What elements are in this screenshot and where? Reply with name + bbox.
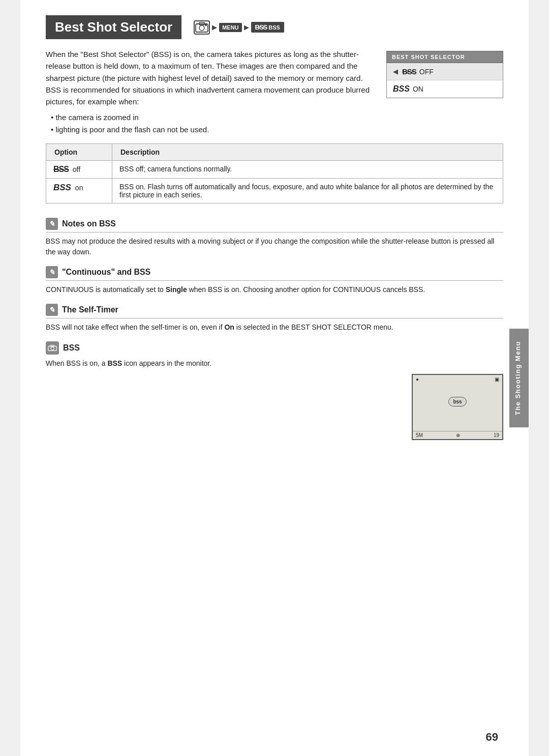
options-table: Option Description BSS off BSS off; came…: [46, 143, 503, 203]
intro-paragraph: When the "Best Shot Selector" (BSS) is o…: [46, 48, 376, 107]
note-icon-selftimer: ✎: [46, 304, 58, 316]
viewfinder-top-left: ●: [416, 376, 419, 382]
viewfinder-bottom: 5M ⊕ 19: [413, 431, 502, 439]
bss-off-table-icon: BSS: [53, 165, 69, 173]
bss-icon-section: BSS When BSS is on, a BSS icon appears i…: [46, 341, 503, 441]
menu-selected-arrow: ◀: [393, 68, 398, 75]
note-icon-continuous: ✎: [46, 266, 58, 278]
table-cell-off-option: BSS off: [46, 160, 112, 178]
table-cell-on-desc: BSS on. Flash turns off automatically an…: [112, 178, 503, 203]
note-header-continuous: ✎ "Continuous" and BSS: [46, 266, 503, 281]
note-icon-bss: ✎: [46, 218, 58, 230]
note-section-bss: ✎ Notes on BSS BSS may not produce the d…: [46, 218, 503, 258]
table-row-off: BSS off BSS off; camera functions normal…: [46, 160, 503, 178]
intro-section: When the "Best Shot Selector" (BSS) is o…: [46, 48, 503, 135]
viewfinder-bottom-center: ⊕: [456, 432, 460, 438]
bullet-item-2: lighting is poor and the flash can not b…: [51, 124, 376, 135]
bullet-list: the camera is zoomed in lighting is poor…: [46, 111, 376, 135]
viewfinder-center: bss: [413, 384, 502, 419]
table-off-label: off: [73, 165, 80, 173]
menu-item-on[interactable]: BSS ON: [387, 80, 503, 98]
bss-off-icon: BSS: [402, 67, 416, 76]
page-number: 69: [486, 731, 498, 744]
note-body-continuous: CONTINUOUS is automatically set to Singl…: [46, 284, 503, 296]
menu-item-off-label: OFF: [419, 68, 434, 76]
continuous-body-bold: Single: [166, 285, 187, 294]
sidebar-tab: The Shooting Menu: [509, 329, 529, 427]
note-section-continuous: ✎ "Continuous" and BSS CONTINUOUS is aut…: [46, 266, 503, 296]
bss-on-icon: BSS: [393, 84, 410, 94]
table-cell-on-option: BSS on: [46, 178, 112, 203]
viewfinder-top: ● ▣: [413, 375, 502, 384]
table-header-option: Option: [46, 143, 112, 160]
intro-text-area: When the "Best Shot Selector" (BSS) is o…: [46, 48, 376, 135]
bss-icon-body-2: icon appears in the monitor.: [122, 359, 211, 367]
table-header-description: Description: [112, 143, 503, 160]
table-cell-off-desc: BSS off; camera functions normally.: [112, 160, 503, 178]
selftimer-body-bold: On: [224, 323, 234, 331]
viewfinder: ● ▣ bss 5M ⊕ 19: [412, 374, 503, 440]
svg-rect-3: [205, 24, 207, 26]
continuous-body-1: CONTINUOUS is automatically set to: [46, 285, 166, 294]
bss-icon-header: BSS: [46, 341, 503, 355]
bss-on-table-icon: BSS: [53, 183, 71, 192]
breadcrumb-arrow-1: ▶: [212, 23, 217, 31]
note-section-selftimer: ✎ The Self-Timer BSS will not take effec…: [46, 304, 503, 333]
bss-icon-body: When BSS is on, a BSS icon appears in th…: [46, 358, 503, 369]
continuous-body-2: when BSS is on. Choosing another option …: [187, 285, 425, 294]
breadcrumb: ▶ MENU ▶ BSS BSS: [194, 20, 284, 35]
menu-panel-body: ◀ BSS OFF BSS ON: [386, 63, 503, 98]
note-title-bss: Notes on BSS: [62, 219, 116, 228]
note-title-continuous: "Continuous" and BSS: [62, 268, 150, 277]
svg-point-5: [51, 346, 54, 350]
table-on-label: on: [75, 184, 83, 192]
page-title: Best Shot Selector: [46, 15, 181, 39]
bss-icon-title: BSS: [63, 343, 80, 353]
menu-item-off[interactable]: ◀ BSS OFF: [387, 63, 503, 80]
svg-point-1: [199, 25, 204, 31]
viewfinder-bss-badge: bss: [448, 397, 466, 406]
bss-icon-body-bold: BSS: [107, 359, 122, 367]
menu-item-on-label: ON: [413, 85, 423, 93]
camera-mode-icon: [194, 20, 210, 35]
viewfinder-wrap: ● ▣ bss 5M ⊕ 19: [46, 374, 503, 440]
breadcrumb-bss: BSS BSS: [251, 22, 284, 33]
bss-icon-body-1: When BSS is on, a: [46, 359, 107, 367]
viewfinder-bottom-left: 5M: [416, 432, 423, 438]
menu-panel-title: BEST SHOT SELECTOR: [386, 51, 503, 63]
camera-small-icon: [46, 341, 59, 355]
note-body-selftimer: BSS will not take effect when the self-t…: [46, 322, 503, 333]
viewfinder-bottom-right: 19: [494, 432, 499, 438]
note-body-bss: BSS may not produce the desired results …: [46, 236, 503, 258]
note-title-selftimer: The Self-Timer: [62, 305, 118, 314]
selftimer-body-2: is selected in the BEST SHOT SELECTOR me…: [234, 323, 393, 331]
camera-menu-panel: BEST SHOT SELECTOR ◀ BSS OFF BSS ON: [386, 51, 503, 135]
breadcrumb-menu: MENU: [219, 23, 241, 32]
breadcrumb-arrow-2: ▶: [244, 23, 249, 31]
page-content: Best Shot Selector ▶ MENU ▶ BSS BSS Wh: [20, 0, 529, 756]
selftimer-body-1: BSS will not take effect when the self-t…: [46, 323, 224, 331]
note-header-selftimer: ✎ The Self-Timer: [46, 304, 503, 318]
page-header: Best Shot Selector ▶ MENU ▶ BSS BSS: [46, 15, 503, 39]
bullet-item-1: the camera is zoomed in: [51, 111, 376, 123]
table-row-on: BSS on BSS on. Flash turns off automatic…: [46, 178, 503, 203]
note-header-bss: ✎ Notes on BSS: [46, 218, 503, 232]
viewfinder-top-right: ▣: [495, 376, 499, 382]
